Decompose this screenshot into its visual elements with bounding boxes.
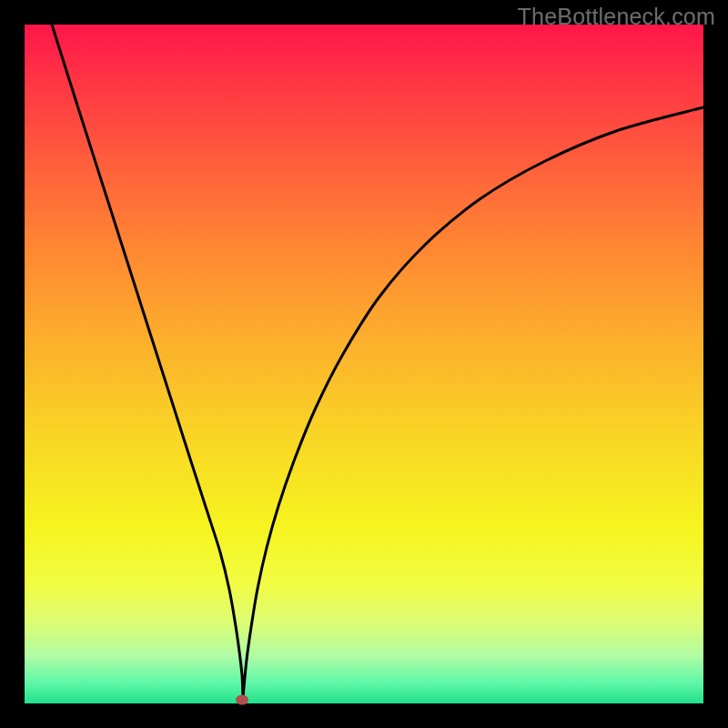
chart-stage: TheBottleneck.com [0, 0, 728, 728]
minimum-marker [236, 695, 248, 705]
plot-area [25, 25, 703, 703]
watermark-text: TheBottleneck.com [518, 4, 715, 30]
curve-path [52, 25, 703, 695]
curve-svg [25, 25, 703, 703]
